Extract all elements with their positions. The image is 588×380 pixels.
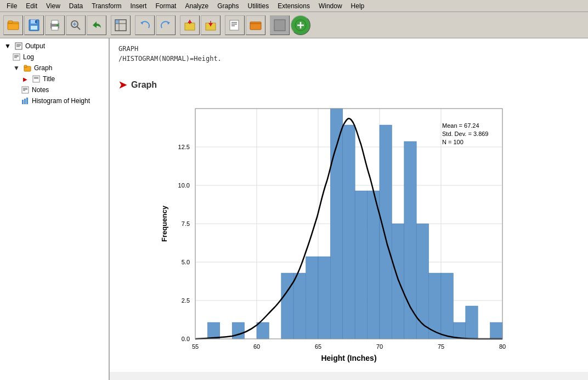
stat-n: N = 100 [442, 139, 463, 145]
green-add-button[interactable] [291, 15, 310, 35]
menubar: File Edit View Data Transform Insert For… [0, 0, 588, 12]
svg-rect-86 [453, 322, 465, 339]
svg-rect-53 [24, 99, 26, 104]
menu-graphs[interactable]: Graphs [213, 1, 243, 11]
chart-outer: 0.0 2.5 5.0 7.5 10.0 12.5 55 60 65 70 75… [157, 98, 541, 366]
menu-file[interactable]: File [2, 1, 21, 11]
title-arrow-icon: ▶ [21, 75, 30, 83]
log-label: Log [23, 53, 34, 61]
tree-item-histogram[interactable]: Histogram of Height [2, 95, 106, 106]
notes-doc-icon [21, 86, 30, 94]
svg-rect-8 [52, 26, 58, 30]
svg-rect-87 [466, 306, 478, 339]
sep5 [267, 15, 269, 35]
gray-button[interactable] [270, 15, 290, 35]
menu-insert[interactable]: Insert [126, 1, 151, 11]
menu-extensions[interactable]: Extensions [273, 1, 314, 11]
svg-rect-39 [13, 54, 20, 60]
svg-rect-31 [274, 20, 285, 31]
svg-point-9 [57, 24, 59, 26]
x-tick-60: 60 [253, 343, 260, 350]
svg-rect-17 [115, 20, 119, 24]
sep2 [132, 15, 134, 35]
svg-rect-69 [207, 322, 219, 339]
import-button[interactable] [201, 15, 220, 35]
svg-rect-79 [368, 191, 380, 339]
stat-mean: Mean = 67.24 [442, 122, 479, 129]
graph-arrow-icon: ➤ [118, 79, 127, 91]
y-tick-3: 7.5 [182, 220, 190, 227]
menu-help[interactable]: Help [347, 1, 369, 11]
code-block: GRAPH /HISTOGRAM(NORMAL)=Height. [118, 44, 579, 64]
histogram-icon [21, 97, 30, 105]
y-tick-4: 10.0 [178, 182, 190, 189]
svg-rect-26 [230, 20, 239, 30]
x-tick-65: 65 [315, 343, 321, 350]
y-tick-5: 12.5 [178, 144, 190, 150]
undo-button[interactable] [135, 15, 155, 35]
menu-analyze[interactable]: Analyze [180, 1, 213, 11]
sep3 [177, 15, 179, 35]
x-tick-55: 55 [192, 343, 199, 350]
menu-window[interactable]: Window [314, 1, 347, 11]
tree-item-title[interactable]: ▶ Title [2, 73, 106, 84]
expand-icon: ▼ [3, 42, 12, 50]
svg-rect-83 [416, 224, 428, 339]
svg-rect-7 [52, 20, 58, 24]
title-label: Title [43, 75, 55, 83]
output-label: Output [25, 42, 45, 50]
save-button[interactable] [24, 15, 44, 35]
x-tick-80: 80 [499, 343, 506, 350]
tree-item-output[interactable]: ▼ Output [2, 41, 106, 52]
stat-std: Std. Dev. = 3.869 [442, 131, 489, 137]
menu-data[interactable]: Data [65, 1, 87, 11]
left-panel: ▼ Output Log ▼ Graph ▶ Titl [0, 38, 110, 380]
redo-button[interactable] [156, 15, 176, 35]
y-tick-2: 5.0 [182, 259, 190, 265]
export-button[interactable] [180, 15, 200, 35]
print-button[interactable] [45, 15, 65, 35]
svg-rect-72 [281, 273, 293, 339]
svg-rect-75 [318, 257, 330, 339]
svg-rect-80 [380, 125, 392, 339]
title-doc-icon [32, 75, 41, 83]
menu-format[interactable]: Format [151, 1, 180, 11]
y-tick-0: 0.0 [182, 336, 190, 342]
y-axis-label: Frequency [160, 205, 168, 242]
x-tick-75: 75 [438, 343, 444, 350]
graph-header: ➤ Graph [118, 79, 579, 91]
svg-rect-85 [441, 273, 453, 339]
expand-graph-icon: ▼ [12, 64, 21, 72]
svg-rect-76 [330, 109, 342, 339]
graph-label: Graph [34, 64, 52, 72]
histogram-label: Histogram of Height [32, 97, 90, 105]
script-button[interactable] [225, 15, 245, 35]
tree-item-graph[interactable]: ▼ Graph [2, 63, 106, 73]
svg-line-11 [77, 26, 81, 30]
graph-folder-icon [23, 64, 32, 72]
notes-label: Notes [32, 86, 49, 94]
x-tick-70: 70 [376, 343, 383, 350]
graph-section-title: Graph [131, 80, 157, 90]
svg-rect-45 [33, 76, 39, 82]
menu-view[interactable]: View [42, 1, 65, 11]
svg-rect-70 [232, 322, 244, 339]
data-view-button[interactable] [111, 15, 131, 35]
histogram-svg: 0.0 2.5 5.0 7.5 10.0 12.5 55 60 65 70 75… [157, 98, 541, 366]
open2-button[interactable] [246, 15, 265, 35]
menu-utilities[interactable]: Utilities [244, 1, 274, 11]
menu-edit[interactable]: Edit [21, 1, 42, 11]
right-panel: GRAPH /HISTOGRAM(NORMAL)=Height. ➤ Graph [110, 38, 588, 380]
tree-item-notes[interactable]: Notes [2, 84, 106, 95]
tree-item-log[interactable]: Log [2, 52, 106, 63]
svg-rect-4 [31, 26, 37, 30]
code-line2: /HISTOGRAM(NORMAL)=Height. [118, 54, 579, 64]
svg-rect-48 [22, 87, 29, 93]
menu-transform[interactable]: Transform [87, 1, 126, 11]
open-button[interactable] [3, 15, 23, 35]
svg-rect-78 [355, 191, 367, 339]
go-back-button[interactable] [87, 15, 106, 35]
output-icon [14, 42, 23, 50]
find-button[interactable] [66, 15, 86, 35]
sep1 [108, 15, 110, 35]
